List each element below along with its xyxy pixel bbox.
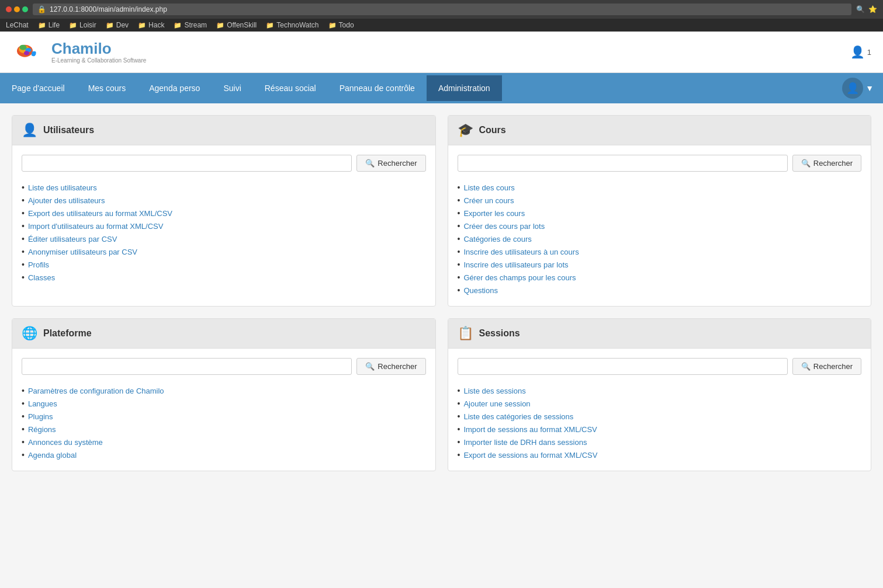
- link-liste-sessions[interactable]: Liste des sessions: [463, 387, 525, 395]
- folder-icon: 📁: [216, 22, 224, 29]
- cours-icon: 🎓: [458, 123, 473, 138]
- bookmark-label: LeChat: [6, 21, 29, 29]
- nav-reseau-social[interactable]: Réseau social: [253, 75, 328, 101]
- bookmark-loisir[interactable]: 📁 Loisir: [69, 21, 96, 29]
- link-agenda-global[interactable]: Agenda global: [28, 451, 77, 460]
- link-creer-cours[interactable]: Créer un cours: [463, 196, 514, 205]
- list-item: Paramètres de configuration de Chamilo: [22, 384, 426, 397]
- link-ajouter-session[interactable]: Ajouter une session: [463, 399, 530, 408]
- cours-search-button[interactable]: 🔍 Rechercher: [792, 155, 861, 172]
- nav-accueil[interactable]: Page d'accueil: [0, 75, 77, 101]
- bookmark-hack[interactable]: 📁 Hack: [138, 21, 164, 29]
- link-categories-cours[interactable]: Catégories de cours: [463, 235, 531, 243]
- utilisateurs-search-input[interactable]: [22, 155, 352, 172]
- link-exporter-cours[interactable]: Exporter les cours: [463, 209, 525, 218]
- nav-mes-cours[interactable]: Mes cours: [77, 75, 138, 101]
- cours-links: Liste des cours Créer un cours Exporter …: [458, 181, 862, 297]
- user-icon: 👤: [850, 45, 865, 59]
- bookmark-label: Stream: [184, 21, 207, 29]
- profile-button[interactable]: 👤: [842, 78, 863, 99]
- link-editer-utilisateurs[interactable]: Éditer utilisateurs par CSV: [28, 235, 117, 243]
- link-export-sessions[interactable]: Export de sessions au format XML/CSV: [463, 451, 597, 460]
- bookmark-dev[interactable]: 📁 Dev: [106, 21, 129, 29]
- list-item: Liste des utilisateurs: [22, 181, 426, 194]
- url-bar[interactable]: 🔒 127.0.0.1:8000/main/admin/index.php: [33, 4, 851, 15]
- link-annonces[interactable]: Annonces du système: [28, 438, 103, 447]
- folder-icon: 📁: [106, 22, 114, 29]
- minimize-dot[interactable]: [14, 6, 20, 12]
- list-item: Classes: [22, 271, 426, 284]
- bookmark-stream[interactable]: 📁 Stream: [174, 21, 207, 29]
- list-item: Langues: [22, 397, 426, 410]
- link-gerer-champs[interactable]: Gérer des champs pour les cours: [463, 273, 576, 282]
- sessions-icon: 📋: [458, 326, 473, 341]
- sessions-body: 🔍 Rechercher Liste des sessions Ajouter …: [448, 349, 871, 471]
- link-questions[interactable]: Questions: [463, 286, 498, 295]
- nav-profile-area: 👤 ▼: [833, 73, 883, 103]
- list-item: Ajouter des utilisateurs: [22, 194, 426, 207]
- bookmark-life[interactable]: 📁 Life: [38, 21, 60, 29]
- chamilo-logo-icon: [12, 37, 47, 67]
- link-anonymiser-utilisateurs[interactable]: Anonymiser utilisateurs par CSV: [28, 248, 137, 256]
- link-creer-cours-lots[interactable]: Créer des cours par lots: [463, 222, 545, 231]
- link-inscrire-utilisateurs-lots[interactable]: Inscrire des utilisateurs par lots: [463, 260, 568, 269]
- sessions-header: 📋 Sessions: [448, 319, 871, 349]
- bookmark-lechat[interactable]: LeChat: [6, 21, 29, 29]
- sessions-search-button[interactable]: 🔍 Rechercher: [792, 358, 861, 375]
- bookmark-todo[interactable]: 📁 Todo: [328, 21, 354, 29]
- utilisateurs-search-button[interactable]: 🔍 Rechercher: [356, 155, 425, 172]
- link-export-utilisateurs[interactable]: Export des utilisateurs au format XML/CS…: [28, 209, 172, 218]
- maximize-dot[interactable]: [22, 6, 28, 12]
- nav-suivi[interactable]: Suivi: [212, 75, 252, 101]
- window-controls[interactable]: [6, 6, 28, 12]
- zoom-icon[interactable]: 🔍: [856, 5, 865, 13]
- cours-search-input[interactable]: [458, 155, 788, 172]
- link-classes[interactable]: Classes: [28, 273, 55, 282]
- list-item: Exporter les cours: [458, 207, 862, 220]
- list-item: Profils: [22, 258, 426, 271]
- profile-icon: 👤: [846, 82, 859, 95]
- link-liste-cours[interactable]: Liste des cours: [463, 183, 514, 192]
- plateforme-body: 🔍 Rechercher Paramètres de configuration…: [12, 349, 435, 471]
- link-profils[interactable]: Profils: [28, 260, 49, 269]
- link-inscrire-utilisateurs-cours[interactable]: Inscrire des utilisateurs à un cours: [463, 248, 579, 256]
- nav-panneau-controle[interactable]: Panneau de contrôle: [328, 75, 427, 101]
- utilisateurs-icon: 👤: [22, 123, 37, 138]
- bookmark-offenskill[interactable]: 📁 OffenSkill: [216, 21, 257, 29]
- link-plugins[interactable]: Plugins: [28, 412, 53, 421]
- link-regions[interactable]: Régions: [28, 425, 56, 434]
- close-dot[interactable]: [6, 6, 12, 12]
- list-item: Annonces du système: [22, 436, 426, 448]
- plateforme-search-row: 🔍 Rechercher: [22, 358, 426, 375]
- search-icon: 🔍: [801, 362, 811, 371]
- list-item: Régions: [22, 423, 426, 436]
- user-badge[interactable]: 👤 1: [850, 45, 871, 59]
- plateforme-search-input[interactable]: [22, 358, 352, 375]
- sessions-search-input[interactable]: [458, 358, 788, 375]
- plateforme-search-button[interactable]: 🔍 Rechercher: [356, 358, 425, 375]
- nav-agenda-perso[interactable]: Agenda perso: [137, 75, 212, 101]
- utilisateurs-body: 🔍 Rechercher Liste des utilisateurs Ajou…: [12, 145, 435, 293]
- link-import-utilisateurs[interactable]: Import d'utilisateurs au format XML/CSV: [28, 222, 164, 231]
- nav-administration[interactable]: Administration: [427, 75, 502, 101]
- link-parametres[interactable]: Paramètres de configuration de Chamilo: [28, 387, 164, 395]
- nav-items: Page d'accueil Mes cours Agenda perso Su…: [0, 75, 502, 101]
- list-item: Export des utilisateurs au format XML/CS…: [22, 207, 426, 220]
- cours-title: Cours: [479, 125, 506, 135]
- folder-icon: 📁: [266, 22, 274, 29]
- link-langues[interactable]: Langues: [28, 399, 57, 408]
- profile-dropdown-arrow[interactable]: ▼: [865, 83, 874, 93]
- star-icon[interactable]: ⭐: [868, 5, 877, 13]
- link-import-sessions[interactable]: Import de sessions au format XML/CSV: [463, 425, 597, 434]
- link-importer-drh[interactable]: Importer liste de DRH dans sessions: [463, 438, 587, 447]
- bookmark-technowatch[interactable]: 📁 TechnoWatch: [266, 21, 318, 29]
- section-plateforme: 🌐 Plateforme 🔍 Rechercher Paramètres de …: [12, 318, 436, 471]
- link-ajouter-utilisateurs[interactable]: Ajouter des utilisateurs: [28, 196, 105, 205]
- link-liste-utilisateurs[interactable]: Liste des utilisateurs: [28, 183, 97, 192]
- security-icon: 🔒: [37, 5, 46, 13]
- list-item: Liste des sessions: [458, 384, 862, 397]
- bookmark-label: Life: [49, 21, 60, 29]
- logo-container[interactable]: Chamilo E-Learning & Collaboration Softw…: [12, 37, 146, 67]
- link-categories-sessions[interactable]: Liste des catégories de sessions: [463, 412, 573, 421]
- user-count: 1: [867, 48, 871, 57]
